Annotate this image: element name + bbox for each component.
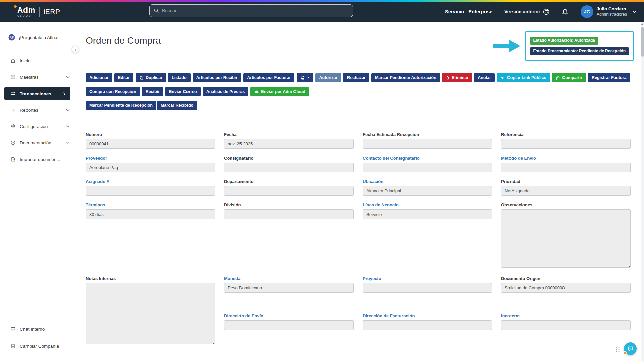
proyecto-input[interactable] [363, 283, 492, 293]
linea-negocio-input[interactable] [363, 209, 492, 219]
linea-negocio-link-label[interactable]: Línea de Negocio [363, 202, 492, 207]
megaphone-icon [500, 76, 505, 80]
chevron-right-icon [63, 92, 66, 96]
scroll-up-arrow-icon[interactable] [641, 23, 644, 25]
print-menu-button[interactable] [297, 73, 313, 82]
fecha-input[interactable] [224, 139, 354, 149]
sidebar-item-chat-interno[interactable]: Chat Interno [0, 322, 75, 336]
field-label: Consignatario [224, 156, 354, 161]
autorizar-button[interactable]: Autorizar [315, 73, 341, 82]
previous-version-link[interactable]: Versión anterior [504, 9, 549, 15]
sidebar-item-label: Maestras [20, 75, 39, 80]
recibir-button[interactable]: Recibir [142, 87, 163, 96]
proveedor-input[interactable] [86, 163, 215, 172]
action-toolbar: Adicionar Editar Duplicar Listado Artícu… [86, 73, 641, 110]
sidebar-item-documentacion[interactable]: ? Documentación [0, 136, 75, 149]
terminos-link-label[interactable]: Términos [86, 202, 215, 207]
articulos-por-recibir-button[interactable]: Artículos por Recibir [193, 73, 241, 82]
metodo-envio-link-label[interactable]: Método de Envío [501, 156, 631, 161]
direccion-envio-input[interactable] [224, 320, 354, 330]
incoterm-input[interactable] [501, 320, 631, 330]
ubicacion-input[interactable] [363, 186, 492, 196]
marcar-pendiente-autorizacion-button[interactable]: Marcar Pendiente Autorización [371, 73, 440, 82]
terminos-field: Términos [86, 202, 215, 268]
vertical-scrollbar[interactable] [641, 22, 644, 362]
ubicacion-link-label[interactable]: Ubicación [363, 179, 492, 184]
observaciones-textarea[interactable] [501, 209, 631, 268]
enviar-por-adm-cloud-button[interactable]: Enviar por Adm Cloud [250, 87, 309, 96]
toolbar-row-3: Marcar Pendiente de Recepción Marcar Rec… [86, 101, 641, 110]
sidebar-item-cambiar-compania[interactable]: Cambiar Compañía [0, 339, 75, 353]
listado-button[interactable]: Listado [168, 73, 190, 82]
user-name: Julio Cordero [597, 6, 627, 12]
proveedor-link-label[interactable]: Proveedor [86, 156, 215, 161]
sidebar-item-label: Inicio [20, 58, 31, 63]
chat-fab-button[interactable] [624, 342, 637, 355]
contacto-consignatario-field: Contacto del Consignatario [363, 156, 492, 172]
proyecto-link-label[interactable]: Proyecto [363, 276, 492, 281]
eliminar-button[interactable]: Eliminar [442, 73, 472, 82]
fecha-estimada-recepcion-input[interactable] [363, 139, 492, 149]
user-role: Administradores [597, 12, 627, 17]
adicionar-button[interactable]: Adicionar [86, 73, 112, 82]
notas-internas-textarea[interactable] [86, 283, 215, 344]
sidebar-item-inicio[interactable]: Inicio [0, 54, 75, 67]
global-search[interactable] [149, 4, 353, 17]
help-circle-icon: ? [10, 140, 16, 145]
metodo-envio-input[interactable] [501, 163, 631, 172]
asignado-a-input[interactable] [86, 186, 215, 196]
sidebar-item-reportes[interactable]: Reportes [0, 103, 75, 117]
direccion-facturacion-input[interactable] [363, 320, 492, 330]
contacto-consignatario-input[interactable] [363, 163, 492, 172]
fecha-field: Fecha [224, 132, 354, 149]
sidebar-item-label: Chat Interno [20, 327, 45, 332]
drag-handle[interactable] [615, 346, 620, 352]
anular-button[interactable]: Anular [474, 73, 495, 82]
sidebar-item-ask-assistant[interactable]: ¡Pregúntale a Atlna! [0, 30, 75, 45]
marcar-recibido-button[interactable]: Marcar Recibido [157, 101, 197, 110]
sidebar-item-configuracion[interactable]: Configuración [0, 120, 75, 133]
status-box: Estado Autorización: Autorizada Estado P… [525, 31, 634, 61]
sidebar-item-transacciones[interactable]: Transacciones [4, 87, 70, 100]
collapse-sidebar-button[interactable]: ‹ [72, 46, 79, 53]
scrollbar-thumb[interactable] [641, 27, 644, 57]
articulos-por-facturar-button[interactable]: Artículos por Facturar [243, 73, 294, 82]
highlight-arrow-icon [493, 38, 520, 54]
referencia-input[interactable] [501, 139, 631, 149]
field-label: Notas Internas [86, 276, 215, 281]
moneda-link-label[interactable]: Moneda [224, 276, 354, 281]
user-menu[interactable]: JC Julio Cordero Administradores [581, 5, 637, 18]
compartir-button[interactable]: Compartir [552, 73, 586, 82]
direccion-envio-link-label[interactable]: Dirección de Envío [224, 313, 354, 318]
prioridad-field: Prioridad [501, 179, 631, 196]
field-label: Departamento [224, 179, 354, 184]
sidebar-item-importar-documento[interactable]: Importar documen... [0, 153, 75, 166]
moneda-input[interactable] [224, 283, 354, 293]
duplicar-button[interactable]: Duplicar [136, 73, 166, 82]
consignatario-input[interactable] [224, 163, 354, 172]
order-form-section-b: Notas Internas Moneda Proyecto Documento… [86, 276, 631, 344]
copiar-link-publico-button[interactable]: Copiar Link Público [497, 73, 550, 82]
incoterm-link-label[interactable]: Incoterm [501, 313, 631, 318]
app-logo: Adm CLOUD iERP [17, 6, 60, 17]
analisis-de-precios-button[interactable]: Análisis de Precios [203, 87, 249, 96]
marcar-pendiente-de-recepcion-button[interactable]: Marcar Pendiente de Recepción [86, 101, 156, 110]
contacto-consignatario-link-label[interactable]: Contacto del Consignatario [363, 156, 492, 161]
division-input[interactable] [224, 209, 354, 219]
sidebar-item-maestras[interactable]: Maestras [0, 70, 75, 84]
asignado-a-link-label[interactable]: Asignado A [86, 179, 215, 184]
numero-input[interactable] [86, 139, 215, 149]
notifications-bell-icon[interactable] [561, 8, 569, 15]
search-input[interactable] [162, 8, 348, 13]
editar-button[interactable]: Editar [114, 73, 133, 82]
compra-con-recepcion-button[interactable]: Compra con Recepción [86, 87, 140, 96]
registrar-factura-button[interactable]: Registrar Factura [588, 73, 630, 82]
enviar-correo-button[interactable]: Enviar Correo [165, 87, 201, 96]
terminos-input[interactable] [86, 209, 215, 219]
rechazar-button[interactable]: Rechazar [343, 73, 369, 82]
documento-origen-input[interactable] [501, 283, 631, 293]
prioridad-input[interactable] [501, 186, 631, 196]
direccion-facturacion-link-label[interactable]: Dirección de Facturación [363, 313, 492, 318]
sidebar-item-label: Configuración [20, 124, 48, 129]
departamento-input[interactable] [224, 186, 354, 196]
